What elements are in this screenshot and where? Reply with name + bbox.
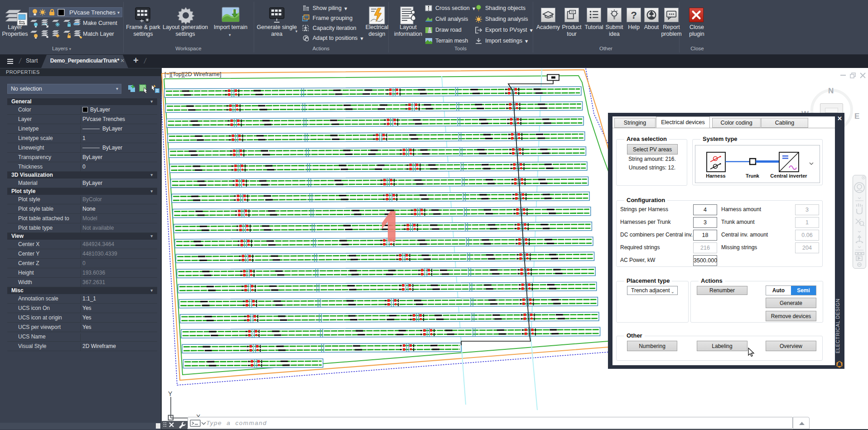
svg-text:Y: Y <box>168 390 173 397</box>
svg-text:?: ? <box>631 10 637 21</box>
svg-text:Central inverter: Central inverter <box>770 173 807 179</box>
svg-text:Trunk: Trunk <box>746 173 760 179</box>
svg-text:Harness: Harness <box>706 173 725 179</box>
